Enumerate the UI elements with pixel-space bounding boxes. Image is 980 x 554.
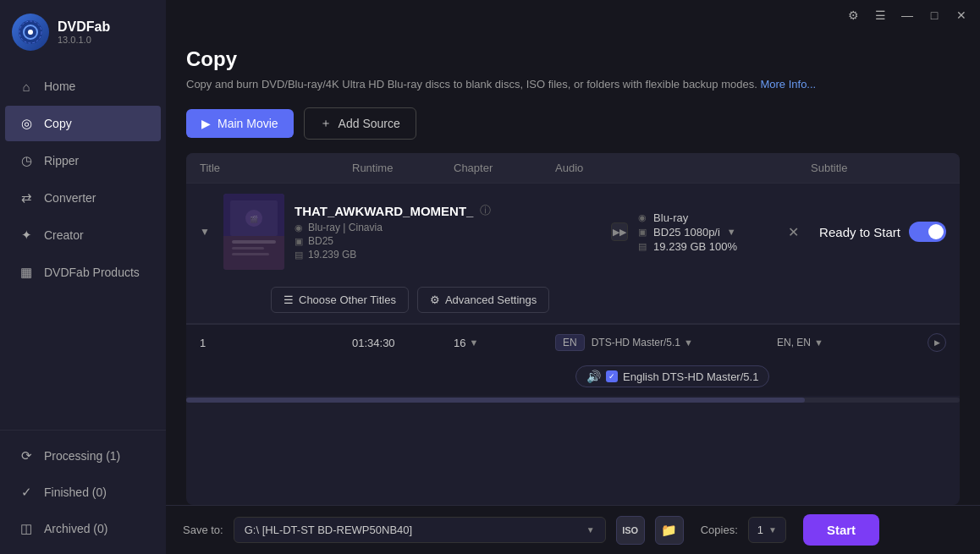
creator-icon: ✦ bbox=[19, 228, 34, 243]
output-size: 19.239 GB 100% bbox=[653, 240, 737, 253]
audio-detail-row: 🔊 ✓ English DTS-HD Master/5.1 bbox=[186, 360, 960, 396]
track-row: 1 01:34:30 16 ▼ EN DTS-HD Master/5.1 ▼ bbox=[186, 324, 960, 360]
output-quality-icon: ▣ bbox=[638, 227, 647, 238]
start-button[interactable]: Start bbox=[803, 514, 879, 546]
sidebar-item-ripper[interactable]: ◷ Ripper bbox=[5, 143, 161, 178]
output-size-icon: ▤ bbox=[638, 241, 647, 252]
processing-icon: ⟳ bbox=[19, 448, 34, 463]
toolbar: ▶ Main Movie ＋ Add Source bbox=[186, 107, 960, 140]
expand-icon[interactable]: ▼ bbox=[200, 226, 213, 238]
sidebar-item-finished[interactable]: ✓ Finished (0) bbox=[5, 474, 161, 510]
ripper-icon: ◷ bbox=[19, 153, 34, 168]
copies-arrow: ▼ bbox=[768, 525, 777, 535]
movie-row: ▼ 🎬 bbox=[186, 184, 960, 324]
converter-icon: ⇄ bbox=[19, 190, 34, 206]
add-source-button[interactable]: ＋ Add Source bbox=[304, 107, 416, 140]
movie-title: THAT_AWKWARD_MOMENT_ bbox=[295, 204, 473, 218]
output-disc-spec: BD25 1080p/i bbox=[653, 226, 720, 239]
add-source-icon: ＋ bbox=[320, 116, 332, 131]
close-button[interactable]: ✕ bbox=[950, 3, 973, 27]
col-subtitle: Subtitle bbox=[811, 162, 946, 174]
main-content: ⚙ ☰ — □ ✕ Copy Copy and burn DVD/Blu-ray… bbox=[166, 0, 980, 554]
minimize-button[interactable]: — bbox=[895, 3, 919, 27]
audio-checkbox[interactable]: ✓ bbox=[606, 370, 618, 382]
sidebar-label-copy: Copy bbox=[44, 117, 72, 130]
size-icon: ▤ bbox=[295, 250, 303, 261]
output-disc-icon: ◉ bbox=[638, 212, 647, 223]
action-buttons: ☰ Choose Other Titles ⚙ Advanced Setting… bbox=[186, 280, 960, 323]
iso-button[interactable]: ISO bbox=[616, 516, 645, 545]
footer: Save to: G:\ [HL-DT-ST BD-REWP50NB40] ▼ … bbox=[166, 505, 980, 554]
svg-rect-9 bbox=[232, 240, 276, 244]
ready-toggle[interactable] bbox=[909, 222, 946, 242]
audio-format-select[interactable]: DTS-HD Master/5.1 ▼ bbox=[592, 337, 693, 348]
info-icon[interactable]: ⓘ bbox=[480, 203, 491, 218]
track-number: 1 bbox=[200, 337, 352, 349]
movie-disc-type: BD25 bbox=[308, 235, 333, 247]
output-type: Blu-ray bbox=[653, 211, 688, 224]
home-icon: ⌂ bbox=[19, 79, 34, 94]
maximize-button[interactable]: □ bbox=[922, 3, 946, 27]
page-title: Copy bbox=[186, 47, 960, 71]
output-info: ◉ Blu-ray ▣ BD25 1080p/i ▼ ▤ 19.239 GB 1… bbox=[638, 211, 737, 253]
sidebar-item-converter[interactable]: ⇄ Converter bbox=[5, 180, 161, 216]
sidebar-nav: ⌂ Home ◎ Copy ◷ Ripper ⇄ Converter ✦ Cre… bbox=[0, 64, 166, 430]
content-area: Copy Copy and burn DVD/Blu-ray/4K Ultra … bbox=[166, 30, 980, 505]
sidebar-item-dvdfab-products[interactable]: ▦ DVDFab Products bbox=[5, 255, 161, 290]
menu-button[interactable]: ☰ bbox=[868, 3, 892, 27]
status-label: Ready to Start bbox=[819, 225, 900, 239]
app-name: DVDFab bbox=[58, 19, 110, 35]
horizontal-scrollbar[interactable] bbox=[186, 396, 960, 403]
movie-status: ✕ bbox=[788, 224, 806, 240]
sidebar-label-ripper: Ripper bbox=[44, 154, 79, 167]
sidebar-item-copy[interactable]: ◎ Copy bbox=[5, 106, 161, 141]
page-description: Copy and burn DVD/Blu-ray/4K Ultra HD Bl… bbox=[186, 78, 960, 91]
main-movie-button[interactable]: ▶ Main Movie bbox=[186, 109, 294, 138]
preview-button[interactable]: ▶▶ bbox=[611, 222, 628, 241]
copies-dropdown[interactable]: 1 ▼ bbox=[748, 517, 786, 543]
col-title: Title bbox=[200, 162, 352, 174]
audio-detail-badge: 🔊 ✓ English DTS-HD Master/5.1 bbox=[575, 365, 769, 387]
audio-dropdown-arrow[interactable]: ▼ bbox=[684, 337, 693, 348]
chapter-dropdown-arrow[interactable]: ▼ bbox=[469, 337, 478, 348]
sidebar-item-archived[interactable]: ◫ Archived (0) bbox=[5, 511, 161, 546]
settings-icon: ⚙ bbox=[430, 293, 440, 306]
more-info-link[interactable]: More Info... bbox=[760, 78, 816, 91]
sidebar-label-home: Home bbox=[44, 80, 75, 93]
sidebar-item-processing[interactable]: ⟳ Processing (1) bbox=[5, 438, 161, 474]
settings-button[interactable]: ⚙ bbox=[841, 3, 865, 27]
sidebar-item-home[interactable]: ⌂ Home bbox=[5, 69, 161, 104]
col-audio: Audio bbox=[555, 162, 811, 174]
output-quality-arrow[interactable]: ▼ bbox=[727, 227, 736, 237]
svg-text:🎬: 🎬 bbox=[250, 215, 258, 223]
main-movie-icon: ▶ bbox=[201, 117, 211, 130]
audio-detail-text: English DTS-HD Master/5.1 bbox=[623, 370, 758, 383]
copy-icon: ◎ bbox=[19, 116, 34, 131]
save-to-label: Save to: bbox=[183, 524, 223, 536]
archived-icon: ◫ bbox=[19, 521, 34, 536]
sidebar-item-creator[interactable]: ✦ Creator bbox=[5, 217, 161, 253]
sidebar-label-processing: Processing (1) bbox=[44, 449, 120, 463]
save-path-arrow: ▼ bbox=[586, 525, 595, 535]
content-table: Title Runtime Chapter Audio Subtitle ▼ bbox=[186, 153, 960, 505]
sidebar-label-creator: Creator bbox=[44, 228, 84, 242]
col-chapter: Chapter bbox=[454, 162, 555, 174]
track-audio: EN DTS-HD Master/5.1 ▼ bbox=[555, 334, 777, 351]
choose-other-titles-button[interactable]: ☰ Choose Other Titles bbox=[271, 287, 409, 313]
copies-label: Copies: bbox=[701, 524, 738, 536]
app-version: 13.0.1.0 bbox=[58, 35, 110, 45]
sidebar-label-archived: Archived (0) bbox=[44, 522, 107, 535]
sidebar-bottom: ⟳ Processing (1) ✓ Finished (0) ◫ Archiv… bbox=[0, 430, 166, 554]
track-play-button[interactable]: ▶ bbox=[928, 333, 946, 352]
save-path-dropdown[interactable]: G:\ [HL-DT-ST BD-REWP50NB40] ▼ bbox=[234, 517, 606, 543]
app-logo: DVDFab 13.0.1.0 bbox=[0, 0, 166, 64]
folder-button[interactable]: 📁 bbox=[655, 516, 684, 545]
disc-type-icon: ▣ bbox=[295, 236, 303, 247]
movie-source-type: Blu-ray | Cinavia bbox=[308, 222, 383, 233]
advanced-settings-button[interactable]: ⚙ Advanced Settings bbox=[417, 287, 549, 313]
remove-button[interactable]: ✕ bbox=[788, 224, 799, 240]
track-chapter: 16 ▼ bbox=[454, 337, 555, 349]
movie-thumbnail: 🎬 bbox=[223, 194, 284, 270]
title-bar: ⚙ ☰ — □ ✕ bbox=[166, 0, 980, 30]
subtitle-dropdown-arrow[interactable]: ▼ bbox=[814, 337, 823, 348]
